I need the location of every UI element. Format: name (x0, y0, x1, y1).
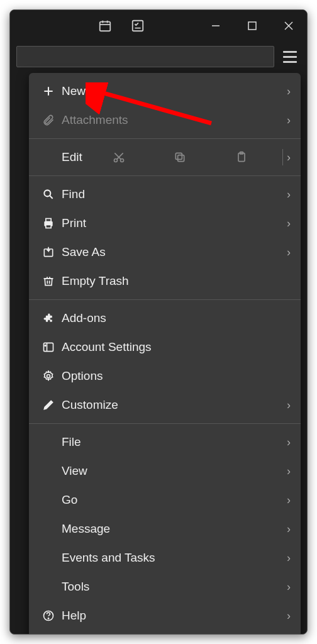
close-button[interactable] (270, 10, 307, 42)
menu-label: Empty Trash (59, 274, 291, 288)
menu-find[interactable]: Find › (29, 180, 301, 209)
svg-point-37 (47, 375, 50, 378)
puzzle-icon (38, 312, 59, 325)
print-icon (38, 217, 59, 230)
svg-rect-34 (44, 343, 53, 351)
tasks-icon[interactable] (131, 19, 145, 33)
svg-rect-0 (100, 22, 111, 31)
menu-label: Events and Tasks (38, 551, 287, 565)
help-icon (38, 609, 59, 622)
search-input[interactable] (16, 46, 274, 67)
chevron-right-icon: › (287, 114, 291, 127)
menu-label: File (38, 435, 287, 449)
menu-label: Go (38, 493, 287, 507)
chevron-right-icon: › (287, 246, 291, 259)
svg-rect-26 (46, 219, 51, 222)
chevron-right-icon: › (287, 609, 291, 623)
save-icon (38, 246, 59, 258)
svg-rect-27 (46, 225, 51, 228)
divider (29, 138, 301, 139)
svg-point-36 (45, 345, 46, 347)
svg-rect-10 (248, 22, 256, 30)
separator (282, 149, 283, 165)
chevron-right-icon: › (287, 399, 291, 412)
menu-save-as[interactable]: Save As › (29, 238, 301, 267)
copy-icon[interactable] (174, 151, 186, 164)
titlebar (10, 10, 307, 42)
divider (29, 175, 301, 176)
menu-label: Account Settings (59, 340, 291, 354)
svg-rect-19 (178, 155, 184, 162)
cut-icon[interactable] (113, 151, 125, 164)
divider (29, 299, 301, 300)
chevron-right-icon: › (287, 580, 291, 594)
menu-customize[interactable]: Customize › (29, 391, 301, 419)
search-icon (38, 188, 59, 201)
chevron-right-icon: › (287, 217, 291, 230)
app-menu-button[interactable] (279, 46, 301, 67)
brush-icon (38, 399, 59, 411)
menu-label: Help (59, 609, 287, 623)
chevron-right-icon: › (287, 151, 291, 164)
svg-point-23 (44, 190, 50, 196)
menu-help[interactable]: Help › (29, 601, 301, 630)
menu-label: Customize (59, 398, 287, 412)
svg-rect-20 (176, 153, 182, 159)
menu-attachments: Attachments › (29, 106, 301, 135)
svg-line-24 (50, 196, 53, 199)
menu-account-settings[interactable]: Account Settings (29, 333, 301, 362)
menu-label: View (38, 464, 287, 478)
menu-label: Save As (59, 245, 287, 259)
chevron-right-icon: › (287, 188, 291, 201)
calendar-icon[interactable] (98, 19, 112, 33)
menu-label: Message (38, 522, 287, 536)
svg-line-31 (50, 277, 50, 279)
chevron-right-icon: › (287, 465, 291, 478)
menu-message[interactable]: Message › (29, 514, 301, 543)
menu-empty-trash[interactable]: Empty Trash (29, 267, 301, 296)
menu-options[interactable]: Options (29, 362, 301, 391)
paperclip-icon (38, 114, 59, 126)
app-menu: New › Attachments › Edit (29, 73, 301, 635)
menu-label: Attachments (59, 113, 287, 127)
toolbar (10, 42, 307, 72)
menu-label: Print (59, 216, 287, 230)
menu-print[interactable]: Print › (29, 209, 301, 238)
chevron-right-icon: › (287, 523, 291, 536)
svg-point-39 (48, 618, 48, 619)
trash-icon (38, 275, 59, 287)
menu-label: New (59, 84, 287, 98)
menu-tools[interactable]: Tools › (29, 572, 301, 601)
maximize-button[interactable] (234, 10, 270, 42)
chevron-right-icon: › (287, 494, 291, 507)
divider (29, 423, 301, 424)
svg-line-30 (47, 277, 48, 279)
menu-go[interactable]: Go › (29, 486, 301, 514)
menu-new[interactable]: New › (29, 77, 301, 106)
app-window: New › Attachments › Edit (9, 9, 308, 635)
chevron-right-icon: › (287, 552, 291, 565)
menu-edit[interactable]: Edit › (29, 143, 301, 172)
menu-addons[interactable]: Add-ons (29, 304, 301, 333)
menu-label: Options (59, 369, 291, 383)
menu-label: Find (59, 187, 287, 201)
gear-icon (38, 370, 59, 382)
paste-icon[interactable] (235, 151, 248, 164)
chevron-right-icon: › (287, 436, 291, 449)
minimize-button[interactable] (197, 10, 234, 42)
menu-events-tasks[interactable]: Events and Tasks › (29, 543, 301, 572)
divider (29, 634, 301, 635)
menu-label: Edit (38, 150, 82, 164)
account-icon (38, 341, 59, 353)
chevron-right-icon: › (287, 85, 291, 98)
plus-icon (38, 85, 59, 97)
menu-label: Tools (38, 580, 287, 594)
menu-file[interactable]: File › (29, 428, 301, 457)
menu-label: Add-ons (59, 311, 291, 325)
menu-view[interactable]: View › (29, 457, 301, 486)
svg-rect-7 (133, 21, 143, 31)
